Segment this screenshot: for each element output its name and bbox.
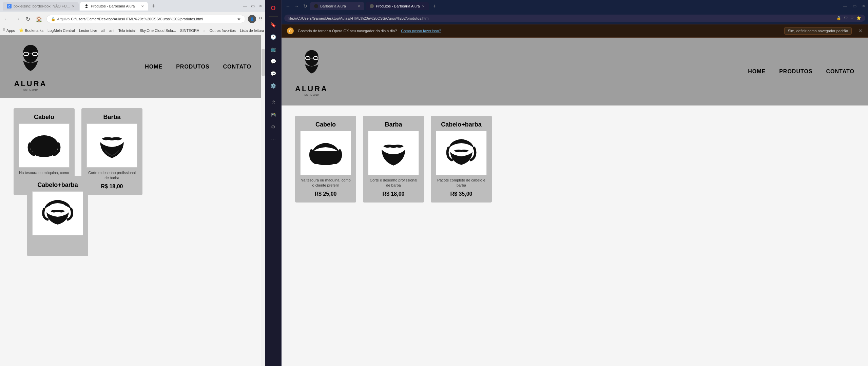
profile-icon[interactable]: 👤 [248,15,256,23]
opera-notif-text: Gostaria de tornar o Opera GX seu navega… [298,29,397,33]
address-url: C:/Users/Gamer/Desktop/Aulas/HTML%20e%20… [71,17,203,21]
sidebar-icon-whatsapp[interactable]: 💬 [268,68,279,79]
bookmark-ani[interactable]: ani [109,28,114,33]
opera-tab-produtos[interactable]: Produtos - Barbearia Alura ✕ [366,2,429,10]
sidebar-icon-clock[interactable]: ⏱ [268,97,279,108]
sintegrá-label: SINTEGRA [180,28,199,33]
opera-tab-close-2[interactable]: ✕ [422,4,425,8]
product-image-cabelo [19,123,70,168]
product-desc-cabelo-right: Na tesoura ou máquina, como o cliente pr… [301,178,351,188]
opera-notif-link[interactable]: Como posso fazer isso? [401,29,441,33]
product-card-cabelobarba-right: Cabelo+barba [431,116,492,203]
bookmark-skyone[interactable]: Sky.One Cloud Solu... [140,28,176,33]
sidebar-icon-settings[interactable]: ⚙️ [268,80,279,91]
chrome-tab-active[interactable]: Produtos - Barbearia Alura ✕ [80,2,148,11]
logo-name-right: ALURA [295,84,328,93]
chrome-titlebar: C box-sizing: border-box; NÃO FU... ✕ Pr… [0,0,265,12]
product-price-barba: R$ 18,00 [101,184,123,190]
scrollbar-left[interactable] [261,35,265,366]
product-desc-cabelobarba-right: Pacote completo de cabelo e barba [436,178,486,188]
nav-produtos-left[interactable]: PRODUTOS [176,64,209,70]
sidebar-icon-messenger[interactable]: 💬 [268,56,279,67]
opera-tab-favicon-1 [314,4,318,8]
product-image-barba [86,123,137,168]
close-icon[interactable]: ✕ [259,4,262,8]
tab-close-left[interactable]: ✕ [72,4,75,8]
minimize-icon[interactable]: — [243,4,247,8]
bookmark-bookmarks[interactable]: ⭐ Bookmarks [19,28,43,33]
svg-rect-3 [85,7,88,8]
bookmark-afi[interactable]: afi [101,28,105,33]
skyone-label: Sky.One Cloud Solu... [140,28,176,33]
back-button[interactable]: ← [3,15,11,23]
bookmark-lector[interactable]: Lector Live [79,28,97,33]
opera-new-tab-button[interactable]: + [430,3,439,9]
opera-sidebar: O 🔖 🕐 📺 💬 💬 ⚙️ ⏱ 🎮 ⚙ ⋯ [265,0,282,366]
bookmark-apps[interactable]: ⠿ Apps [3,28,15,33]
logmeln-label: LogMeln Central [47,28,75,33]
opera-close-icon[interactable]: ✕ [862,4,865,8]
svg-point-11 [47,203,68,217]
sidebar-icon-bookmarks[interactable]: 🔖 [268,19,279,30]
opera-address-field[interactable]: file:///C:/Users/Gamer/Desktop/Aulas/HTM… [284,15,865,22]
products-grid-right: Cabelo Na tesoura ou máquina, como o cli… [282,105,868,366]
opera-tab-close-1[interactable]: ✕ [358,4,360,8]
product-title-cabelobarba-right: Cabelo+barba [441,121,482,128]
bm-separator: » [203,28,205,33]
forward-button[interactable]: → [14,15,22,23]
address-prefix: Arquivo [57,17,70,21]
bookmarks-icon: ⭐ [19,28,24,33]
opera-tab-barbearia[interactable]: Barbearia Alura ✕ [310,2,364,10]
scrollbar-thumb-left[interactable] [262,49,265,76]
logo-since-left: ESTIL 2019 [14,88,47,91]
opera-back-btn[interactable]: ← [284,2,292,10]
sidebar-icon-gaming[interactable]: 🎮 [268,109,279,120]
nav-contato-right[interactable]: CONTATO [826,69,854,75]
extensions-icon[interactable]: ⠿ [259,16,262,22]
bookmark-lista[interactable]: Lista de leitura [240,28,264,33]
sidebar-icon-gear2[interactable]: ⚙ [268,121,279,132]
opera-minimize-icon[interactable]: — [843,4,847,8]
bookmark-star-icon[interactable]: ★ [237,17,241,21]
opera-notif-button[interactable]: Sim, definir como navegador padrão [784,27,852,35]
address-field[interactable]: 🔒 Arquivo C:/Users/Gamer/Desktop/Aulas/H… [46,15,245,23]
nav-home-left[interactable]: HOME [145,64,162,70]
opera-notif-close[interactable]: ✕ [859,28,863,34]
sidebar-divider-2 [269,94,278,94]
opera-address-url: file:///C:/Users/Gamer/Desktop/Aulas/HTM… [288,16,429,20]
new-tab-button[interactable]: + [149,3,158,10]
nav-contato-left[interactable]: CONTATO [223,64,251,70]
sidebar-icon-history[interactable]: 🕐 [268,32,279,42]
outros-label: Outros favoritos [209,28,236,33]
afi-label: afi [101,28,105,33]
home-button[interactable]: 🏠 [34,15,44,24]
active-tab-label: Produtos - Barbearia Alura [91,4,135,8]
chrome-tab-inactive[interactable]: C box-sizing: border-box; NÃO FU... ✕ [3,2,79,11]
opera-refresh-btn[interactable]: ↻ [302,2,309,10]
opera-tab-produtos-label: Produtos - Barbearia Alura [376,4,420,8]
opera-maximize-icon[interactable]: ▭ [853,4,856,8]
product-image-barba-right [368,131,419,175]
bookmark-logmeln[interactable]: LogMeln Central [47,28,75,33]
product-card-barba-right: Barba Corte e desenho profissional de ba… [363,116,424,203]
nav-produtos-right[interactable]: PRODUTOS [779,69,812,75]
sidebar-icon-twitch[interactable]: 📺 [268,44,279,55]
sidebar-opera-logo[interactable]: O [268,3,279,14]
address-lock-icon: 🔒 [51,17,56,21]
bookmarks-label: Bookmarks [25,28,43,33]
sidebar-icon-more[interactable]: ⋯ [268,134,279,145]
logo-svg-right [296,47,327,84]
site-header-left: ALURA ESTIL 2019 HOME PRODUTOS CONTATO [0,35,265,98]
nav-home-right[interactable]: HOME [748,69,766,75]
maximize-icon[interactable]: ▭ [251,4,255,8]
bookmark-outros[interactable]: Outros favoritos [209,28,236,33]
active-tab-close[interactable]: ✕ [141,4,144,8]
bookmark-tela[interactable]: Tela inicial [118,28,136,33]
product-price-barba-right: R$ 18,00 [383,191,405,197]
opera-forward-btn[interactable]: → [293,2,301,10]
product-price-cabelobarba-right: R$ 35,00 [450,191,472,197]
refresh-button[interactable]: ↻ [24,15,32,24]
bookmark-sintegrá[interactable]: SINTEGRA [180,28,199,33]
right-browser: ← → ↻ Barbearia Alura ✕ Produtos - Barbe… [282,0,868,366]
product-image-cabelo-right [300,131,351,175]
